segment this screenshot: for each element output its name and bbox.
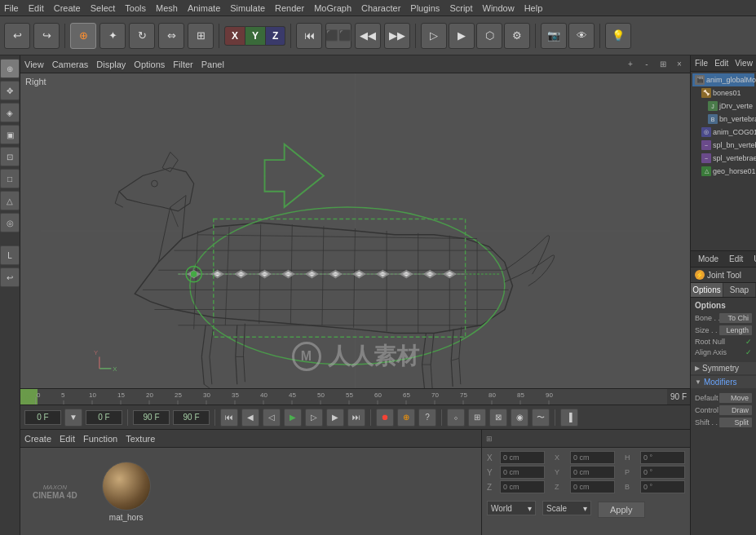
keyframe-remove-button[interactable]: ⊠ <box>489 409 507 427</box>
prop-size-value[interactable]: Length <box>719 325 752 335</box>
render-settings-button[interactable]: ⚙ <box>504 23 530 49</box>
axis-x-button[interactable]: X <box>224 26 245 46</box>
menu-mesh[interactable]: Mesh <box>156 3 178 13</box>
vp-icon-plus[interactable]: + <box>624 58 637 71</box>
coord-x2-field[interactable]: 0 cm <box>570 451 615 464</box>
prev-key-button[interactable]: ◁ <box>263 409 281 427</box>
go-end-button[interactable]: ⏭ <box>347 409 365 427</box>
start-frame-field[interactable]: 0 F <box>86 410 122 425</box>
axis-y-button[interactable]: Y <box>245 26 266 46</box>
end-frame-field[interactable]: 90 F <box>133 410 170 425</box>
mat-texture-menu[interactable]: Texture <box>126 434 155 444</box>
record-button[interactable]: ⬛⬛ <box>325 23 351 49</box>
material-ball[interactable] <box>102 462 151 511</box>
total-frames-field[interactable]: 90 F <box>173 410 210 425</box>
menu-help[interactable]: Help <box>524 3 543 13</box>
tree-item-bn-vertebra[interactable]: B bn_vertebra <box>705 113 754 126</box>
keyframe-add-button[interactable]: ⊞ <box>468 409 486 427</box>
coord-z2-field[interactable]: 0 cm <box>570 480 615 493</box>
vp-menu-view[interactable]: View <box>24 60 44 69</box>
menu-select[interactable]: Select <box>91 3 116 13</box>
tree-item-anim-global[interactable]: 🎬 anim_globalMo <box>692 73 754 86</box>
left-tool-7[interactable]: ◎ <box>0 213 20 232</box>
menu-character[interactable]: Character <box>361 3 400 13</box>
next-key-button[interactable]: ▷ <box>305 409 323 427</box>
vp-icon-maximize[interactable]: ⊞ <box>657 58 670 71</box>
move-tool-button[interactable]: ✦ <box>99 23 126 49</box>
left-tool-8[interactable]: L <box>0 245 20 265</box>
props-tab-mode[interactable]: Mode <box>695 254 722 264</box>
keyframe-options-button[interactable]: ◉ <box>511 409 528 427</box>
menu-create[interactable]: Create <box>54 3 81 13</box>
symmetry-section-header[interactable]: ▶ Symmetry <box>691 362 756 374</box>
rotate-tool-button[interactable]: ↻ <box>129 23 155 49</box>
scale-tool-button[interactable]: ⇔ <box>158 23 184 49</box>
light-button[interactable]: 💡 <box>605 23 631 49</box>
prev-frame-button[interactable]: ◀ <box>241 409 259 427</box>
mat-create-menu[interactable]: Create <box>24 434 51 444</box>
vp-menu-options[interactable]: Options <box>134 60 165 69</box>
menu-render[interactable]: Render <box>275 3 304 13</box>
play-button[interactable]: ▶ <box>284 409 302 427</box>
keyframe-button[interactable]: ⬦ <box>447 409 465 427</box>
world-dropdown[interactable]: World ▾ <box>487 501 536 515</box>
material-item[interactable]: mat_hors <box>102 462 151 522</box>
motion-path-button[interactable]: 〜 <box>532 409 550 427</box>
left-tool-3[interactable]: ▣ <box>0 125 20 144</box>
step-back-button[interactable]: ◀◀ <box>355 23 381 49</box>
viewport-3d[interactable]: Right X Y <box>20 73 690 388</box>
view-menu-right[interactable]: View <box>735 59 753 68</box>
tree-item-bones01[interactable]: 🦴 bones01 <box>699 86 754 99</box>
render-active-button[interactable]: ▶ <box>449 23 475 49</box>
frame-down-button[interactable]: ▼ <box>64 409 82 427</box>
mat-function-menu[interactable]: Function <box>83 434 117 444</box>
options-tab-snap[interactable]: Snap <box>723 283 756 297</box>
camera-button[interactable]: 📷 <box>541 23 567 49</box>
menu-script[interactable]: Script <box>449 3 472 13</box>
prop-control-value[interactable]: Draw <box>719 405 752 415</box>
coord-z-field[interactable]: 0 cm <box>500 480 545 493</box>
tree-item-jdrv[interactable]: J jDrv_verte <box>705 99 754 113</box>
edit-menu-right[interactable]: Edit <box>714 59 728 68</box>
prop-alignaxis-check[interactable]: ✓ <box>745 348 752 356</box>
view-button[interactable]: 👁 <box>568 23 595 49</box>
current-frame-field[interactable]: 0 F <box>24 410 61 425</box>
options-tab-options[interactable]: Options <box>691 283 723 297</box>
file-menu-right[interactable]: File <box>695 59 708 68</box>
help-button[interactable]: ? <box>418 409 436 427</box>
coord-x-field[interactable]: 0 cm <box>500 451 545 464</box>
left-tool-6[interactable]: △ <box>0 191 20 210</box>
go-start-button[interactable]: ⏮ <box>220 409 238 427</box>
left-tool-4[interactable]: ⊡ <box>0 147 20 166</box>
props-tab-edit[interactable]: Edit <box>726 254 746 264</box>
record-auto-button[interactable]: ⊕ <box>397 409 415 427</box>
left-tool-9[interactable]: ↩ <box>0 268 20 287</box>
left-tool-move[interactable]: ✥ <box>0 81 20 100</box>
step-forward-button[interactable]: ▶▶ <box>384 23 410 49</box>
menu-edit[interactable]: Edit <box>29 3 44 13</box>
undo-button[interactable]: ↩ <box>4 23 30 49</box>
axis-z-button[interactable]: Z <box>266 26 285 46</box>
left-tool-2[interactable]: ◈ <box>0 103 20 122</box>
next-frame-button[interactable]: ▶ <box>326 409 344 427</box>
timeline-end-btn[interactable]: ▐ <box>560 409 578 427</box>
left-tool-select[interactable]: ⊕ <box>0 59 20 78</box>
tree-item-spl-vertebrae[interactable]: ~ spl_vertebraeC <box>699 152 754 165</box>
coord-b-field[interactable]: 0 ° <box>640 480 685 493</box>
prop-default-value[interactable]: Move <box>719 393 752 403</box>
vp-menu-cameras[interactable]: Cameras <box>52 60 89 69</box>
render-viewport-button[interactable]: ▷ <box>421 23 447 49</box>
select-tool-button[interactable]: ⊕ <box>70 23 96 49</box>
timeline-ruler[interactable]: ▶ 0 5 10 15 <box>20 388 690 405</box>
transform-button[interactable]: ⊞ <box>188 23 214 49</box>
prop-shift-value[interactable]: Split <box>719 418 752 427</box>
tree-item-anim-cog[interactable]: ◎ anim_COG01 <box>699 126 754 139</box>
menu-animate[interactable]: Animate <box>188 3 220 13</box>
coord-h-field[interactable]: 0 ° <box>640 451 685 464</box>
record-button[interactable]: ⏺ <box>376 409 394 427</box>
props-tab-use[interactable]: Us <box>750 254 756 264</box>
vp-menu-filter[interactable]: Filter <box>173 60 192 69</box>
playback-start-button[interactable]: ⏮ <box>296 23 322 49</box>
coord-p-field[interactable]: 0 ° <box>640 466 685 479</box>
apply-button[interactable]: Apply <box>598 502 645 518</box>
